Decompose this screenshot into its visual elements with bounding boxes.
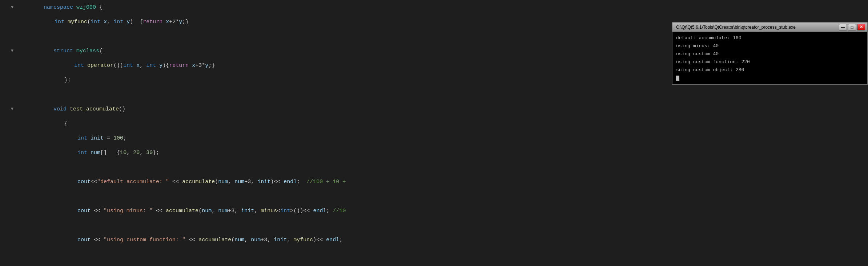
code-line-cout1: cout<<"default accumulate: " << accumula… <box>0 174 868 189</box>
kw-int-1: int <box>55 19 64 25</box>
func-myfunc: myfunc <box>68 19 87 25</box>
terminal-window: C:\Qt\Qt5.6.1\Tools\QtCreator\bin\qtcrea… <box>672 22 868 85</box>
terminal-titlebar: C:\Qt\Qt5.6.1\Tools\QtCreator\bin\qtcrea… <box>672 23 867 32</box>
no-arrow <box>22 63 28 68</box>
kw-namespace: namespace <box>44 4 73 11</box>
ns-name: wzj000 <box>76 4 96 11</box>
terminal-line-3: using custom 40 <box>676 50 864 58</box>
terminal-close-button[interactable]: ✕ <box>857 24 865 31</box>
code-line-cout4: cout << "suing custom object: " << accum… <box>0 262 868 266</box>
terminal-button-group: — □ ✕ <box>839 24 865 31</box>
terminal-maximize-button[interactable]: □ <box>848 24 856 31</box>
code-line-num: int num[] {10, 20, 30}; <box>0 145 868 160</box>
code-editor: ▼ namespace wzj000 { int myfunc(int x, i… <box>0 0 868 266</box>
kw-struct: struct <box>53 48 73 54</box>
fold-arrow-void[interactable]: ▼ <box>11 106 17 112</box>
fold-arrow-struct[interactable]: ▼ <box>11 48 17 53</box>
terminal-line-2: using minus: 40 <box>676 42 864 50</box>
terminal-cursor-line <box>676 74 864 82</box>
struct-name: myclass <box>76 48 99 54</box>
code-line-cout2: cout << "using minus: " << accumulate(nu… <box>0 203 868 218</box>
code-line-cout3: cout << "using custom function: " << acc… <box>0 233 868 247</box>
terminal-body: default accumulate: 160 using minus: 40 … <box>672 32 867 84</box>
terminal-cursor <box>676 76 679 81</box>
fold-arrow-2 <box>22 19 28 24</box>
terminal-title: C:\Qt\Qt5.6.1\Tools\QtCreator\bin\qtcrea… <box>675 25 839 30</box>
terminal-line-1: default accumulate: 160 <box>676 34 864 42</box>
terminal-minimize-button[interactable]: — <box>839 24 847 31</box>
terminal-line-4: using custom function: 220 <box>676 58 864 66</box>
terminal-line-5: suing custom object: 280 <box>676 66 864 74</box>
fold-arrow-1[interactable]: ▼ <box>11 5 17 10</box>
